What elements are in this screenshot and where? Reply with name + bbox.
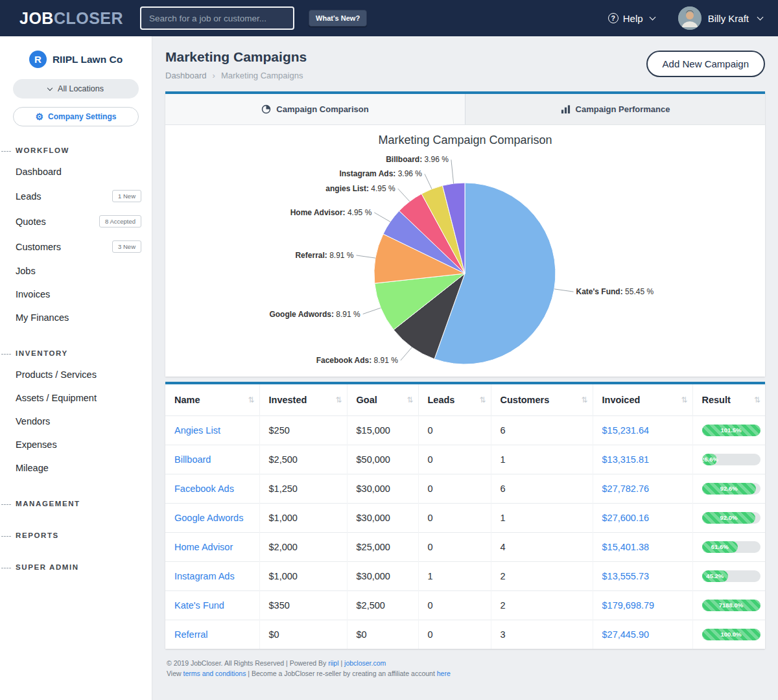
sidebar-section-reports[interactable]: REPORTS bbox=[0, 528, 152, 543]
campaign-link[interactable]: Billboard bbox=[174, 454, 211, 465]
column-header-customers[interactable]: Customers⇅ bbox=[491, 384, 593, 415]
avatar bbox=[678, 6, 701, 30]
tab-campaign-performance[interactable]: Campaign Performance bbox=[465, 94, 765, 124]
sidebar-item-customers[interactable]: Customers3 New bbox=[0, 234, 152, 259]
pie-label-facebook-ads: Facebook Ads: 8.91 % bbox=[316, 356, 399, 365]
invoiced-link[interactable]: $13,315.81 bbox=[602, 454, 650, 465]
sidebar-item-invoices[interactable]: Invoices bbox=[0, 283, 152, 306]
campaign-link[interactable]: Angies List bbox=[174, 425, 220, 436]
table-row-angies-list: Angies List$250$15,00006$15,231.64101.5% bbox=[165, 415, 765, 445]
breadcrumb: Dashboard › Marketing Campaigns bbox=[165, 71, 307, 80]
footer-text: | Become a JobCloser re-seller by creati… bbox=[246, 670, 436, 677]
column-header-invoiced[interactable]: Invoiced⇅ bbox=[593, 384, 692, 415]
result-progress-fill: 45.2% bbox=[702, 570, 729, 582]
pie-chart-icon bbox=[261, 104, 271, 114]
sidebar-item-vendors[interactable]: Vendors bbox=[0, 410, 152, 433]
sidebar-section-management[interactable]: MANAGEMENT bbox=[0, 496, 152, 511]
cell-leads: 1 bbox=[418, 561, 491, 590]
tab-campaign-comparison[interactable]: Campaign Comparison bbox=[165, 94, 465, 124]
invoiced-link[interactable]: $27,600.16 bbox=[602, 513, 650, 523]
column-header-result[interactable]: Result⇅ bbox=[692, 384, 765, 415]
result-label: 92.0% bbox=[720, 514, 737, 521]
invoiced-link[interactable]: $179,698.79 bbox=[602, 600, 655, 611]
column-label: Goal bbox=[357, 395, 377, 405]
sort-icon[interactable]: ⇅ bbox=[479, 395, 486, 404]
cell-leads: 0 bbox=[418, 532, 491, 561]
pie-label-connector bbox=[451, 159, 454, 183]
search-input[interactable] bbox=[140, 6, 294, 30]
cell-invoiced: $13,315.81 bbox=[593, 445, 692, 474]
sidebar-item-dashboard[interactable]: Dashboard bbox=[0, 160, 152, 183]
cell-invested: $250 bbox=[259, 415, 347, 445]
invoiced-link[interactable]: $27,445.90 bbox=[602, 629, 650, 640]
sidebar-item-mileage[interactable]: Mileage bbox=[0, 456, 152, 480]
chart-body: Marketing Campaign Comparison Kate's Fun… bbox=[165, 125, 765, 377]
cell-customers: 3 bbox=[491, 620, 593, 649]
column-header-leads[interactable]: Leads⇅ bbox=[418, 384, 491, 415]
result-progress-track: 26.6% bbox=[702, 454, 760, 465]
campaign-link[interactable]: Referral bbox=[174, 629, 208, 640]
footer-link-riipl[interactable]: riipl bbox=[328, 659, 338, 667]
whats-new-button[interactable]: What's New? bbox=[309, 10, 367, 27]
user-menu[interactable]: Billy Kraft bbox=[678, 6, 762, 30]
company-header[interactable]: R RIIPL Lawn Co bbox=[0, 51, 152, 68]
chevron-down-icon bbox=[757, 14, 764, 21]
footer-line-2: View terms and conditions | Become a Job… bbox=[167, 668, 764, 679]
main-content: Marketing Campaigns Dashboard › Marketin… bbox=[152, 36, 778, 700]
invoiced-link[interactable]: $15,401.38 bbox=[602, 542, 650, 552]
app-logo[interactable]: JOBCLOSER bbox=[19, 9, 123, 28]
invoiced-link[interactable]: $13,555.73 bbox=[602, 571, 650, 581]
column-header-invested[interactable]: Invested⇅ bbox=[259, 384, 347, 415]
sidebar-item-expenses[interactable]: Expenses bbox=[0, 433, 152, 456]
sort-icon[interactable]: ⇅ bbox=[248, 395, 254, 404]
sidebar-section-workflow[interactable]: WORKFLOW bbox=[0, 143, 152, 158]
sort-icon[interactable]: ⇅ bbox=[581, 395, 587, 404]
column-header-goal[interactable]: Goal⇅ bbox=[347, 384, 418, 415]
sort-icon[interactable]: ⇅ bbox=[754, 395, 760, 404]
pie-label-instagram-ads: Instagram Ads: 3.96 % bbox=[339, 169, 422, 178]
campaign-link[interactable]: Home Advisor bbox=[174, 542, 233, 552]
breadcrumb-dashboard[interactable]: Dashboard bbox=[165, 71, 207, 80]
locations-dropdown[interactable]: All Locations bbox=[13, 79, 139, 99]
help-menu[interactable]: ? Help bbox=[608, 13, 655, 24]
sidebar-item-products-services[interactable]: Products / Services bbox=[0, 363, 152, 386]
pie-label-connector bbox=[398, 189, 410, 202]
tab-label: Campaign Performance bbox=[576, 104, 670, 114]
campaign-link[interactable]: Instagram Ads bbox=[174, 571, 235, 581]
pie-label-connector bbox=[401, 347, 412, 360]
pie-label-connector bbox=[363, 308, 381, 314]
sidebar-item-my-finances[interactable]: My Finances bbox=[0, 306, 152, 329]
cell-result: 92.0% bbox=[692, 503, 765, 532]
sidebar-section-inventory[interactable]: INVENTORY bbox=[0, 345, 152, 361]
cell-customers: 4 bbox=[491, 532, 593, 561]
invoiced-link[interactable]: $27,782.76 bbox=[602, 484, 650, 494]
sort-icon[interactable]: ⇅ bbox=[335, 395, 342, 404]
invoiced-link[interactable]: $15,231.64 bbox=[602, 425, 650, 436]
page-header: Marketing Campaigns Dashboard › Marketin… bbox=[165, 49, 765, 80]
breadcrumb-separator: › bbox=[213, 71, 215, 80]
campaign-link[interactable]: Google Adwords bbox=[174, 513, 243, 523]
add-new-campaign-button[interactable]: Add New Campaign bbox=[646, 51, 765, 77]
footer-link-terms-and-conditions[interactable]: terms and conditions bbox=[183, 670, 246, 677]
sidebar-item-jobs[interactable]: Jobs bbox=[0, 259, 152, 283]
campaign-link[interactable]: Kate's Fund bbox=[174, 600, 224, 611]
sidebar-section-super-admin[interactable]: SUPER ADMIN bbox=[0, 559, 152, 575]
cell-invested: $2,500 bbox=[259, 445, 347, 474]
column-label: Name bbox=[174, 395, 200, 405]
campaign-link[interactable]: Facebook Ads bbox=[174, 484, 234, 494]
sidebar-item-leads[interactable]: Leads1 New bbox=[0, 183, 152, 209]
sort-icon[interactable]: ⇅ bbox=[681, 395, 687, 404]
pie-chart[interactable]: Kate's Fund: 55.45 %Facebook Ads: 8.91 %… bbox=[165, 148, 765, 377]
sort-icon[interactable]: ⇅ bbox=[407, 395, 413, 404]
nav-item-label: Products / Services bbox=[16, 369, 97, 380]
column-header-name[interactable]: Name⇅ bbox=[165, 384, 259, 415]
result-progress-track: 100.0% bbox=[702, 629, 760, 640]
footer-link-here[interactable]: here bbox=[437, 670, 451, 677]
company-settings-button[interactable]: ⚙ Company Settings bbox=[13, 107, 139, 126]
sidebar-item-assets-equipment[interactable]: Assets / Equipment bbox=[0, 386, 152, 410]
sidebar-item-quotes[interactable]: Quotes8 Accepted bbox=[0, 209, 152, 234]
cell-goal: $30,000 bbox=[347, 503, 418, 532]
footer-link-jobcloser-com[interactable]: jobcloser.com bbox=[344, 659, 386, 667]
avatar-image bbox=[678, 6, 701, 30]
app-window: JOBCLOSER What's New? ? Help Billy Kraft bbox=[0, 0, 778, 700]
